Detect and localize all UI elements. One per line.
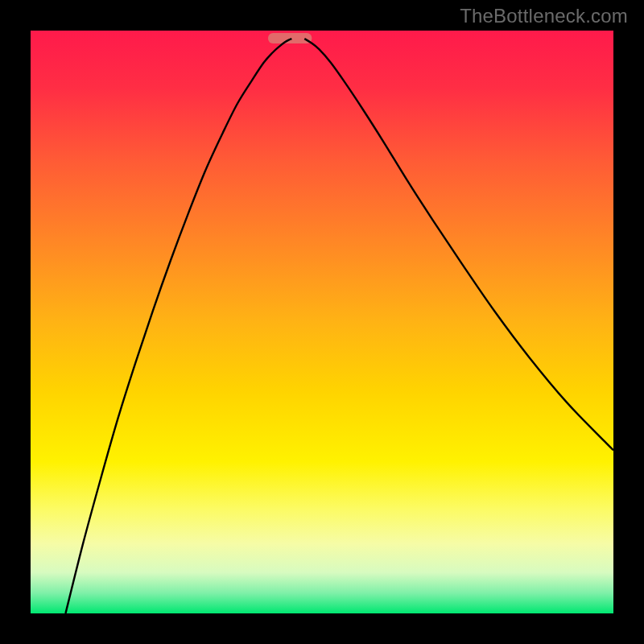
gradient-backdrop	[31, 31, 613, 613]
outer-frame: TheBottleneck.com	[0, 0, 644, 644]
bottleneck-chart	[31, 31, 613, 613]
watermark-text: TheBottleneck.com	[460, 5, 628, 27]
